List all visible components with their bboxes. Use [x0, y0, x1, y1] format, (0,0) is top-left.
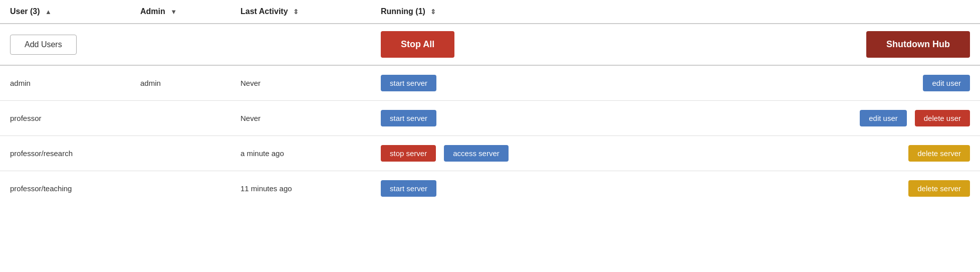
table-row: adminadminNeverstart serveredit user — [0, 65, 980, 101]
table-row: professor/researcha minute agostop serve… — [0, 136, 980, 171]
shutdown-hub-cell: Shutdown Hub — [694, 24, 980, 65]
col-header-user[interactable]: User (3) ▲ — [0, 0, 130, 24]
col-header-running-label: Running (1) — [381, 7, 425, 16]
shutdown-hub-button[interactable]: Shutdown Hub — [866, 31, 970, 58]
user-cell: professor — [0, 101, 130, 136]
col-header-user-label: User (3) — [10, 7, 40, 16]
table-header-row: User (3) ▲ Admin ▼ Last Activity ⇕ Runni… — [0, 0, 980, 24]
access-server-button[interactable]: access server — [444, 145, 509, 162]
col-header-activity-label: Last Activity — [240, 7, 288, 16]
running-cell: start server — [371, 65, 694, 101]
add-users-button[interactable]: Add Users — [10, 35, 77, 55]
activity-cell: Never — [230, 101, 371, 136]
users-table: User (3) ▲ Admin ▼ Last Activity ⇕ Runni… — [0, 0, 980, 206]
col-header-admin-label: Admin — [140, 7, 165, 16]
stop-server-button[interactable]: stop server — [381, 145, 436, 162]
col-header-activity[interactable]: Last Activity ⇕ — [230, 0, 371, 24]
action-activity-cell — [230, 24, 371, 65]
start-server-button[interactable]: start server — [381, 180, 436, 197]
table-row: professor/teaching11 minutes agostart se… — [0, 171, 980, 206]
stop-all-cell: Stop All — [371, 24, 694, 65]
action-row: Add Users Stop All Shutdown Hub — [0, 24, 980, 65]
running-cell: start server — [371, 171, 694, 206]
col-header-admin[interactable]: Admin ▼ — [130, 0, 230, 24]
edit-user-button[interactable]: edit user — [923, 75, 970, 91]
user-sort-icon[interactable]: ▲ — [45, 8, 52, 16]
actions-cell: delete server — [694, 136, 980, 171]
activity-cell: 11 minutes ago — [230, 171, 371, 206]
col-header-running[interactable]: Running (1) ⇕ — [371, 0, 980, 24]
delete-server-button[interactable]: delete server — [908, 180, 970, 197]
admin-cell — [130, 136, 230, 171]
edit-user-button[interactable]: edit user — [860, 110, 907, 126]
user-cell: admin — [0, 65, 130, 101]
actions-cell: edit user — [694, 65, 980, 101]
activity-cell: a minute ago — [230, 136, 371, 171]
actions-cell: delete server — [694, 171, 980, 206]
start-server-button[interactable]: start server — [381, 75, 436, 91]
actions-cell: edit userdelete user — [694, 101, 980, 136]
running-cell: stop serveraccess server — [371, 136, 694, 171]
delete-server-button[interactable]: delete server — [908, 145, 970, 162]
table-row: professorNeverstart serveredit userdelet… — [0, 101, 980, 136]
activity-sort-icon[interactable]: ⇕ — [293, 8, 299, 16]
user-cell: professor/teaching — [0, 171, 130, 206]
running-sort-icon[interactable]: ⇕ — [430, 8, 436, 16]
admin-cell: admin — [130, 65, 230, 101]
admin-sort-icon[interactable]: ▼ — [170, 8, 177, 16]
delete-user-button[interactable]: delete user — [915, 110, 970, 126]
stop-all-button[interactable]: Stop All — [381, 31, 454, 58]
user-cell: professor/research — [0, 136, 130, 171]
admin-cell — [130, 101, 230, 136]
start-server-button[interactable]: start server — [381, 110, 436, 126]
action-admin-cell — [130, 24, 230, 65]
add-users-cell: Add Users — [0, 24, 130, 65]
admin-cell — [130, 171, 230, 206]
activity-cell: Never — [230, 65, 371, 101]
running-cell: start server — [371, 101, 694, 136]
